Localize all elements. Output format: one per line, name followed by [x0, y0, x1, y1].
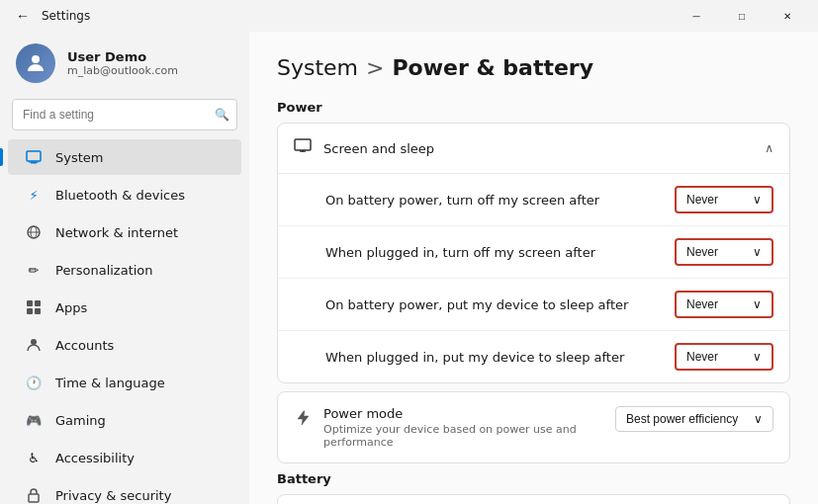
- svg-rect-8: [35, 300, 41, 306]
- personalization-icon: ✏️: [24, 260, 44, 280]
- time-icon: 🕐: [24, 373, 44, 392]
- sidebar-item-accessibility[interactable]: ♿ Accessibility: [8, 440, 241, 475]
- power-mode-dropdown[interactable]: Best power efficiency ∨: [615, 406, 773, 432]
- dropdown-value-3: Never: [686, 350, 718, 364]
- user-name: User Demo: [67, 49, 178, 64]
- sidebar-item-gaming[interactable]: 🎮 Gaming: [8, 402, 241, 438]
- setting-row-2: On battery power, put my device to sleep…: [278, 279, 789, 331]
- screen-sleep-card: Screen and sleep ∧ On battery power, tur…: [277, 123, 790, 383]
- screen-sleep-header[interactable]: Screen and sleep ∧: [278, 124, 789, 174]
- user-profile: User Demo m_lab@outlook.com: [0, 32, 249, 99]
- sidebar-item-label-system: System: [55, 150, 103, 165]
- setting-label-0: On battery power, turn off my screen aft…: [325, 193, 599, 208]
- sidebar-item-label-time: Time & language: [55, 376, 165, 390]
- svg-point-11: [31, 339, 37, 345]
- screen-sleep-title: Screen and sleep: [323, 141, 434, 156]
- sidebar-item-label-apps: Apps: [55, 300, 87, 315]
- search-input[interactable]: [12, 99, 237, 130]
- power-mode-row: Power mode Optimize your device based on…: [278, 392, 789, 462]
- setting-dropdown-3[interactable]: Never ∨: [675, 343, 773, 371]
- dropdown-value-1: Never: [686, 245, 718, 259]
- power-section-label: Power: [277, 100, 790, 115]
- breadcrumb: System > Power & battery: [277, 55, 790, 80]
- power-mode-value: Best power efficiency: [626, 412, 738, 426]
- breadcrumb-separator: >: [366, 55, 384, 80]
- svg-rect-7: [27, 300, 33, 306]
- minimize-button[interactable]: ─: [674, 0, 719, 32]
- sidebar: User Demo m_lab@outlook.com 🔍 System ⚡ B…: [0, 32, 249, 504]
- titlebar-left: ← Settings: [12, 6, 90, 26]
- sidebar-item-network[interactable]: Network & internet: [8, 214, 241, 250]
- content-area: System > Power & battery Power Screen an…: [249, 32, 818, 504]
- back-button[interactable]: ←: [12, 6, 34, 26]
- sidebar-item-time[interactable]: 🕐 Time & language: [8, 365, 241, 400]
- titlebar: ← Settings ─ □ ✕: [0, 0, 818, 32]
- search-icon: 🔍: [215, 108, 229, 122]
- setting-row-3: When plugged in, put my device to sleep …: [278, 331, 789, 382]
- dropdown-chevron-2: ∨: [753, 297, 762, 311]
- gaming-icon: 🎮: [24, 410, 44, 430]
- power-mode-subtitle: Optimize your device based on power use …: [323, 423, 615, 449]
- setting-dropdown-1[interactable]: Never ∨: [675, 238, 773, 266]
- main-layout: User Demo m_lab@outlook.com 🔍 System ⚡ B…: [0, 32, 818, 504]
- maximize-button[interactable]: □: [719, 0, 765, 32]
- sidebar-item-bluetooth[interactable]: ⚡ Bluetooth & devices: [8, 177, 241, 212]
- setting-label-2: On battery power, put my device to sleep…: [325, 297, 628, 312]
- sidebar-item-apps[interactable]: Apps: [8, 290, 241, 325]
- sidebar-item-system[interactable]: System: [8, 139, 241, 175]
- sidebar-item-label-accessibility: Accessibility: [55, 451, 135, 465]
- sidebar-item-personalization[interactable]: ✏️ Personalization: [8, 252, 241, 288]
- network-icon: [24, 222, 44, 242]
- sidebar-item-label-bluetooth: Bluetooth & devices: [55, 188, 185, 203]
- card-header-left: Screen and sleep: [294, 137, 434, 159]
- user-email: m_lab@outlook.com: [67, 64, 178, 77]
- power-mode-text: Power mode Optimize your device based on…: [323, 406, 615, 449]
- power-mode-chevron: ∨: [754, 412, 763, 426]
- svg-rect-1: [27, 151, 41, 161]
- close-button[interactable]: ✕: [765, 0, 810, 32]
- svg-point-0: [32, 55, 40, 63]
- bluetooth-icon: ⚡: [24, 185, 44, 205]
- battery-section-label: Battery: [277, 471, 790, 486]
- dropdown-chevron-0: ∨: [753, 193, 762, 207]
- battery-saver-card: Battery saver Extend battery life by lim…: [277, 494, 790, 504]
- svg-rect-10: [35, 308, 41, 314]
- dropdown-chevron-1: ∨: [753, 245, 762, 259]
- privacy-icon: [24, 485, 44, 504]
- screen-icon: [294, 137, 312, 159]
- accounts-icon: [24, 335, 44, 355]
- sidebar-item-label-network: Network & internet: [55, 225, 178, 240]
- titlebar-title: Settings: [42, 9, 90, 23]
- sidebar-item-label-privacy: Privacy & security: [55, 488, 171, 503]
- dropdown-value-2: Never: [686, 297, 718, 311]
- svg-rect-13: [295, 139, 311, 150]
- battery-saver-row: Battery saver Extend battery life by lim…: [278, 495, 789, 504]
- dropdown-chevron-3: ∨: [753, 350, 762, 364]
- power-mode-title: Power mode: [323, 406, 615, 421]
- svg-rect-9: [27, 308, 33, 314]
- system-icon: [24, 147, 44, 167]
- apps-icon: [24, 297, 44, 317]
- power-mode-info: Power mode Optimize your device based on…: [294, 406, 615, 449]
- setting-dropdown-0[interactable]: Never ∨: [675, 186, 773, 213]
- setting-row-0: On battery power, turn off my screen aft…: [278, 174, 789, 226]
- sidebar-item-label-accounts: Accounts: [55, 338, 114, 353]
- sidebar-item-label-gaming: Gaming: [55, 413, 106, 428]
- setting-label-3: When plugged in, put my device to sleep …: [325, 350, 624, 365]
- sidebar-item-privacy[interactable]: Privacy & security: [8, 477, 241, 504]
- screen-sleep-chevron[interactable]: ∧: [765, 141, 773, 155]
- power-mode-icon: [294, 408, 312, 428]
- svg-rect-12: [29, 494, 39, 502]
- avatar: [16, 43, 55, 83]
- titlebar-controls: ─ □ ✕: [674, 0, 810, 32]
- breadcrumb-parent[interactable]: System: [277, 55, 358, 80]
- user-info: User Demo m_lab@outlook.com: [67, 49, 178, 77]
- power-mode-card: Power mode Optimize your device based on…: [277, 391, 790, 463]
- sidebar-item-label-personalization: Personalization: [55, 263, 153, 278]
- search-box: 🔍: [12, 99, 237, 130]
- setting-dropdown-2[interactable]: Never ∨: [675, 291, 773, 318]
- setting-row-1: When plugged in, turn off my screen afte…: [278, 226, 789, 279]
- accessibility-icon: ♿: [24, 448, 44, 467]
- breadcrumb-current: Power & battery: [392, 55, 593, 80]
- sidebar-item-accounts[interactable]: Accounts: [8, 327, 241, 363]
